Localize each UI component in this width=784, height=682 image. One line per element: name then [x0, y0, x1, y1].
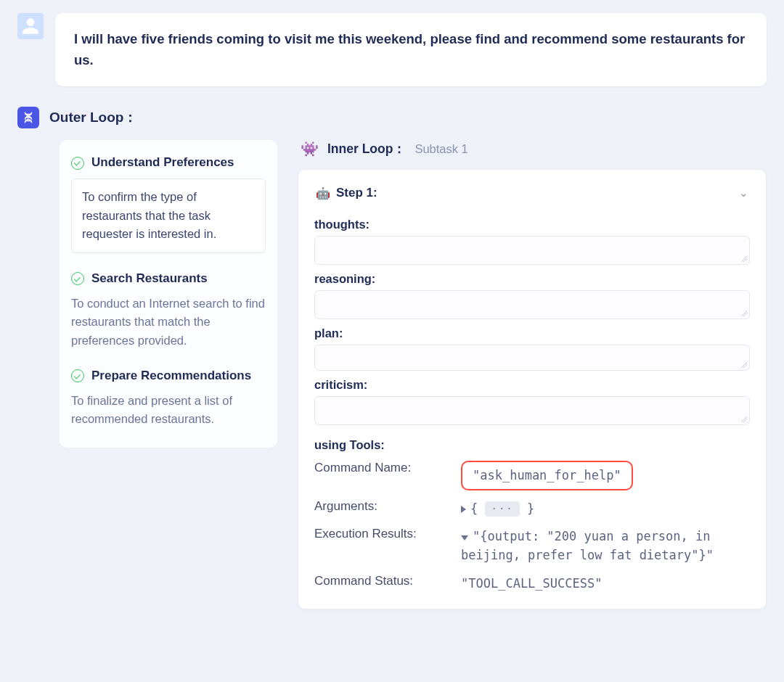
subgoal-desc: To conduct an Internet search to find re…	[71, 295, 266, 350]
subgoal-title: Understand Preferences	[91, 155, 234, 171]
tool-block: using Tools: Command Name: "ask_human_fo…	[314, 438, 750, 593]
using-tools-heading: using Tools:	[314, 438, 750, 452]
user-message-text: I will have five friends coming to visit…	[74, 29, 748, 70]
thoughts-input[interactable]	[314, 236, 750, 265]
field-criticism: criticism:	[314, 378, 750, 425]
ellipsis-pill[interactable]: ···	[485, 501, 519, 517]
command-name-label: Command Name:	[314, 461, 445, 475]
user-message-row: I will have five friends coming to visit…	[17, 13, 767, 86]
user-avatar	[17, 13, 44, 39]
outer-loop-header: Outer Loop：	[17, 107, 767, 128]
reasoning-input[interactable]	[314, 290, 750, 319]
subgoal-title: Prepare Recommendations	[91, 368, 251, 385]
subgoal-header: Prepare Recommendations	[71, 368, 266, 385]
inner-loop-subtitle: Subtask 1	[415, 142, 467, 156]
subgoal-prepare-recommendations[interactable]: Prepare Recommendations To finalize and …	[71, 368, 266, 429]
command-name-highlight: "ask_human_for_help"	[461, 461, 633, 490]
main-columns: Understand Preferences To confirm the ty…	[17, 140, 767, 609]
tool-row-arguments: Arguments: { ··· }	[314, 499, 750, 518]
subgoal-list: Understand Preferences To confirm the ty…	[60, 140, 277, 447]
check-circle-icon	[71, 157, 84, 170]
step-title: Step 1:	[336, 186, 377, 200]
user-message-bubble: I will have five friends coming to visit…	[55, 13, 767, 86]
criticism-label: criticism:	[314, 378, 750, 392]
tool-row-command-status: Command Status: "TOOL_CALL_SUCCESS"	[314, 574, 750, 593]
step-header[interactable]: 🤖 Step 1: ⌄	[314, 181, 750, 210]
subgoal-title: Search Restaurants	[91, 271, 208, 287]
alien-icon: 👾	[301, 140, 319, 157]
plan-label: plan:	[314, 326, 750, 340]
arguments-value[interactable]: { ··· }	[461, 499, 750, 518]
person-icon	[21, 17, 40, 36]
plan-input[interactable]	[314, 345, 750, 371]
reasoning-label: reasoning:	[314, 272, 750, 286]
subgoal-header: Search Restaurants	[71, 271, 266, 287]
caret-right-icon[interactable]	[461, 506, 466, 513]
field-plan: plan:	[314, 326, 750, 371]
execution-results-label: Execution Results:	[314, 527, 445, 541]
step-panel: 🤖 Step 1: ⌄ thoughts: reasoning: plan:	[298, 169, 767, 609]
chevron-down-icon[interactable]: ⌄	[739, 186, 748, 200]
app-root: I will have five friends coming to visit…	[0, 0, 784, 682]
caret-down-icon[interactable]	[461, 535, 468, 541]
outer-loop-title: Outer Loop：	[49, 108, 137, 127]
field-reasoning: reasoning:	[314, 272, 750, 319]
tool-row-command-name: Command Name: "ask_human_for_help"	[314, 461, 750, 490]
command-status-label: Command Status:	[314, 574, 445, 588]
check-circle-icon	[71, 369, 84, 382]
dna-icon	[17, 107, 39, 128]
field-thoughts: thoughts:	[314, 218, 750, 265]
inner-loop-panel: 👾 Inner Loop： Subtask 1 🤖 Step 1: ⌄ thou…	[298, 140, 767, 609]
thoughts-label: thoughts:	[314, 218, 750, 231]
arguments-label: Arguments:	[314, 499, 445, 514]
subgoal-desc: To finalize and present a list of recomm…	[71, 392, 266, 429]
robot-icon: 🤖	[316, 186, 330, 200]
criticism-input[interactable]	[314, 396, 750, 425]
inner-loop-header: 👾 Inner Loop： Subtask 1	[298, 140, 767, 157]
command-name-value: "ask_human_for_help"	[461, 461, 750, 490]
subgoal-header: Understand Preferences	[71, 155, 266, 171]
subgoal-understand-preferences[interactable]: Understand Preferences To confirm the ty…	[71, 155, 266, 253]
check-circle-icon	[71, 272, 84, 285]
subgoal-search-restaurants[interactable]: Search Restaurants To conduct an Interne…	[71, 271, 266, 350]
inner-loop-title: Inner Loop：	[327, 140, 406, 157]
tool-row-execution-results: Execution Results: "{output: "200 yuan a…	[314, 527, 750, 565]
execution-results-value[interactable]: "{output: "200 yuan a person, in beijing…	[461, 527, 750, 565]
subgoal-desc: To confirm the type of restaurants that …	[71, 178, 266, 253]
command-status-value: "TOOL_CALL_SUCCESS"	[461, 574, 750, 593]
